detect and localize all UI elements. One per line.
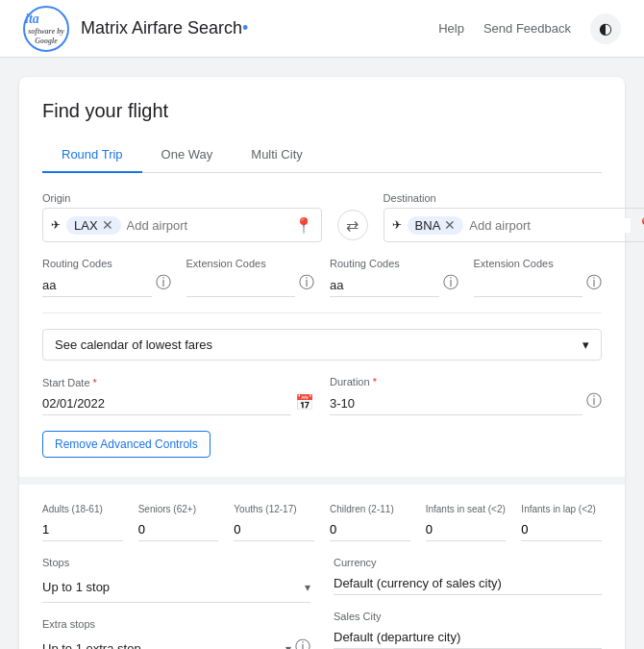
extra-stops-select[interactable]: No extra stops Up to 1 extra stop Up to … [42,637,285,649]
routing-dest-info-icon[interactable]: ⓘ [443,273,458,293]
duration-input[interactable] [330,392,582,415]
start-date-label: Start Date * [42,377,314,388]
extra-stops-dropdown-container: No extra stops Up to 1 extra stop Up to … [42,634,291,649]
currency-label: Currency [334,557,602,568]
origin-location-pin[interactable]: 📍 [294,216,313,235]
origin-airport-tag: LAX ✕ [66,216,121,235]
origin-add-airport[interactable] [127,218,288,233]
routing-origin-group: Routing Codes ⓘ [42,258,171,297]
help-link[interactable]: Help [438,21,464,36]
divider-1 [42,312,602,313]
search-card: Find your flight Round Trip One Way Mult… [19,77,625,649]
stops-select[interactable]: Nonstop only Up to 1 stop Up to 2 stops [42,576,305,598]
extension-dest-group: Extension Codes ⓘ [474,258,603,297]
feedback-link[interactable]: Send Feedback [483,21,571,36]
children-input[interactable] [330,518,410,541]
infants-lap-label: Infants in lap (<2) [521,504,602,514]
infants-seat-input[interactable] [426,518,507,541]
swap-button[interactable]: ⇄ [337,210,368,240]
extension-origin-info-icon[interactable]: ⓘ [299,273,314,293]
youths-label: Youths (12-17) [234,504,314,514]
origin-input-container[interactable]: ✈ LAX ✕ 📍 [42,208,322,242]
sales-city-group: Sales City [334,611,602,649]
date-duration-row: Start Date * 📅 Duration * ⓘ [42,376,602,415]
remove-advanced-controls-button[interactable]: Remove Advanced Controls [42,431,211,458]
extension-dest-input[interactable] [474,274,583,297]
bottom-right: Currency Sales City Allow airport change… [334,557,602,649]
routing-codes-row: Routing Codes ⓘ Extension Codes ⓘ Routin… [42,258,602,297]
bottom-left: Stops Nonstop only Up to 1 stop Up to 2 … [42,557,310,649]
currency-group: Currency [334,557,602,595]
infants-seat-group: Infants in seat (<2) [426,504,507,541]
calendar-label: See calendar of lowest fares [55,337,212,352]
origin-destination-row: Origin ✈ LAX ✕ 📍 ⇄ Destination ✈ [42,192,602,242]
duration-info-icon[interactable]: ⓘ [586,391,602,412]
duration-input-row: ⓘ [330,391,602,415]
calendar-icon[interactable]: 📅 [295,393,314,412]
passengers-row: Adults (18-61) Seniors (62+) Youths (12-… [42,504,602,541]
header-nav: Help Send Feedback ◐ [438,13,621,44]
destination-add-airport[interactable] [469,218,631,233]
start-date-input[interactable] [42,392,291,415]
destination-input-container[interactable]: ✈ BNA ✕ 📍 [384,208,644,242]
routing-origin-info-icon[interactable]: ⓘ [156,273,171,293]
currency-input[interactable] [334,572,602,595]
main-content: Find your flight Round Trip One Way Mult… [0,58,644,649]
calendar-arrow-icon: ▾ [582,337,589,352]
extension-dest-info-icon[interactable]: ⓘ [586,273,602,293]
destination-airport-tag: BNA ✕ [408,216,464,235]
logo-icon: ita software by Google [23,6,69,52]
destination-label: Destination [384,192,644,204]
routing-dest-input[interactable] [330,274,439,297]
children-label: Children (2-11) [330,504,410,514]
infants-seat-label: Infants in seat (<2) [426,504,507,514]
extension-dest-label: Extension Codes [474,258,603,269]
tab-multi-city[interactable]: Multi City [232,137,321,173]
destination-location-pin[interactable]: 📍 [636,216,644,235]
extra-stops-label: Extra stops [42,618,310,630]
tab-round-trip[interactable]: Round Trip [42,137,142,173]
children-group: Children (2-11) [330,504,410,541]
tab-one-way[interactable]: One Way [142,137,233,173]
bottom-section: Stops Nonstop only Up to 1 stop Up to 2 … [42,557,602,649]
card-title: Find your flight [42,100,602,122]
extension-origin-input[interactable] [186,274,296,297]
logo-subtext: software by Google [25,27,67,45]
extension-origin-label: Extension Codes [186,258,315,269]
infants-lap-input[interactable] [521,518,602,541]
logo-text: ita [25,12,67,27]
app-title: Matrix Airfare Search• [81,18,248,38]
adults-group: Adults (18-61) [42,504,123,541]
routing-dest-group: Routing Codes ⓘ [330,258,458,297]
routing-origin-label: Routing Codes [42,258,171,269]
start-date-input-row: 📅 [42,392,314,415]
youths-group: Youths (12-17) [234,504,314,541]
duration-label: Duration * [330,376,602,387]
plane-icon-dest: ✈ [392,218,402,232]
adults-label: Adults (18-61) [42,504,123,514]
plane-icon-origin: ✈ [51,218,61,232]
routing-origin-input[interactable] [42,274,152,297]
duration-group: Duration * ⓘ [330,376,602,415]
sales-city-input[interactable] [334,626,602,649]
calendar-dropdown[interactable]: See calendar of lowest fares ▾ [42,329,602,361]
remove-origin[interactable]: ✕ [102,218,113,232]
extra-stops-info-icon[interactable]: ⓘ [295,637,310,650]
infants-lap-group: Infants in lap (<2) [521,504,602,541]
seniors-input[interactable] [138,518,219,541]
stops-arrow-icon: ▾ [305,581,310,594]
stops-dropdown-container: Nonstop only Up to 1 stop Up to 2 stops … [42,572,310,603]
header: ita software by Google Matrix Airfare Se… [0,0,644,58]
routing-origin-input-row: ⓘ [42,273,171,297]
origin-group: Origin ✈ LAX ✕ 📍 [42,192,322,242]
tabs: Round Trip One Way Multi City [42,137,602,173]
adults-input[interactable] [42,518,123,541]
section-divider [19,477,625,485]
theme-toggle[interactable]: ◐ [590,13,621,44]
seniors-label: Seniors (62+) [138,504,219,514]
remove-destination[interactable]: ✕ [444,218,456,232]
youths-input[interactable] [234,518,314,541]
extension-origin-input-row: ⓘ [186,273,315,297]
seniors-group: Seniors (62+) [138,504,219,541]
origin-airport-code: LAX [74,218,98,233]
